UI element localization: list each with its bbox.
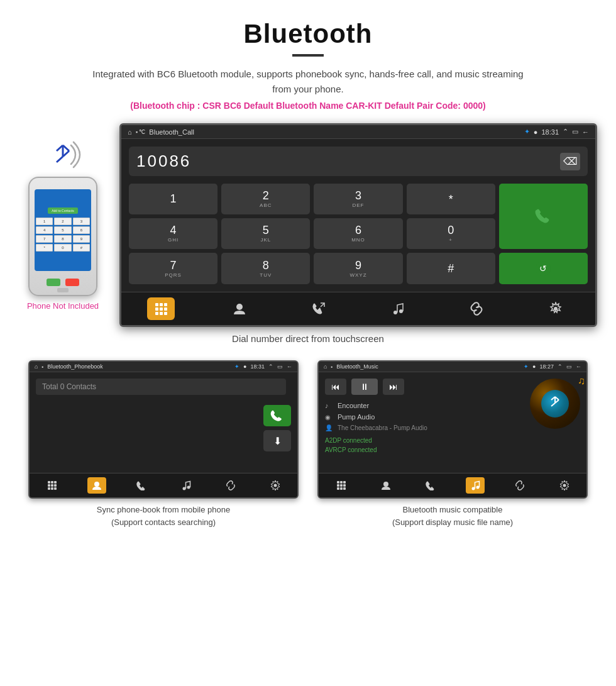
pb-time: 18:31 (250, 363, 265, 370)
page-subtitle: Integrated with BC6 Bluetooth module, su… (88, 67, 528, 97)
dial-input-row: 10086 ⌫ (129, 147, 588, 176)
pb-call-nav-icon (136, 480, 146, 490)
nav-keypad-button[interactable] (147, 297, 175, 320)
pb-signal: ● (243, 363, 246, 370)
music-settings-icon (559, 480, 569, 490)
pb-bt-icon: ✦ (234, 363, 239, 370)
key-star[interactable]: * (407, 184, 495, 214)
pb-content: Total 0 Contacts ⬇ (30, 372, 297, 473)
pb-nav-keypad[interactable] (43, 477, 62, 494)
music-icon (391, 302, 405, 316)
track-2: ◉ Pump Audio (325, 411, 524, 423)
pb-nav-music[interactable] (177, 477, 195, 494)
pb-expand: ⌃ (268, 363, 273, 370)
pb-nav-call[interactable] (132, 477, 151, 494)
svg-rect-41 (343, 481, 346, 484)
phone-green-btn (47, 279, 60, 286)
phone-call-buttons (47, 279, 79, 286)
car-status-bar: ⌂ ▪ ℃ Bluetooth_Call ✦ ● 18:31 ⌃ ▭ ← (121, 125, 595, 139)
redial-button[interactable]: ↺ (499, 253, 588, 284)
music-nav-keypad[interactable] (332, 477, 351, 494)
svg-point-16 (236, 304, 243, 310)
svg-rect-23 (54, 481, 57, 484)
phone-key: * (36, 244, 53, 252)
svg-point-18 (393, 311, 397, 314)
nav-contacts-button[interactable] (226, 297, 253, 320)
svg-rect-27 (48, 487, 50, 490)
call-icon (534, 207, 553, 226)
svg-point-30 (94, 482, 99, 487)
music-screen: ⌂ ▪ Bluetooth_Music ✦ ● 18:27 ⌃ ▭ ← (317, 360, 588, 499)
key-8[interactable]: 8 TUV (221, 253, 310, 284)
svg-rect-26 (54, 484, 57, 487)
key-5[interactable]: 5 JKL (221, 218, 310, 249)
key-0[interactable]: 0 + (407, 218, 495, 249)
svg-rect-10 (155, 307, 158, 311)
key-3[interactable]: 3 DEF (314, 184, 402, 214)
phonebook-download-button[interactable]: ⬇ (263, 430, 291, 451)
play-pause-button[interactable]: ⏸ (351, 379, 378, 395)
key-6[interactable]: 6 MNO (314, 218, 402, 249)
svg-rect-42 (337, 484, 339, 487)
svg-rect-14 (160, 312, 163, 315)
music-music-icon (470, 480, 480, 490)
nav-settings-button[interactable] (542, 297, 569, 320)
music-nav-call[interactable] (421, 477, 440, 494)
avrcp-status: AVRCP connected (325, 445, 524, 455)
music-controls: ⏮ ⏸ ⏭ (325, 379, 524, 395)
call-transfer-icon (312, 302, 326, 316)
backspace-button[interactable]: ⌫ (560, 153, 580, 170)
nav-call-transfer-button[interactable] (305, 297, 333, 320)
next-button[interactable]: ⏭ (383, 379, 404, 395)
pb-keypad-icon (47, 480, 57, 490)
music-home-icon: ⌂ (324, 363, 327, 370)
key-1[interactable]: 1 (129, 184, 217, 214)
call-button[interactable] (499, 184, 588, 249)
phone-key: 4 (36, 226, 53, 234)
svg-point-48 (383, 482, 388, 487)
track-1: ♪ Encounter (325, 400, 524, 411)
nav-link-button[interactable] (463, 297, 490, 320)
music-nav-contacts[interactable] (377, 477, 395, 494)
person-icon: 👤 (325, 424, 334, 431)
music-nav-settings[interactable] (555, 477, 574, 494)
contacts-icon (233, 302, 246, 316)
music-link-icon (515, 480, 525, 490)
pb-nav-link[interactable] (221, 477, 240, 494)
phone-mockup: Add to Contacts 1 2 3 4 5 6 7 8 9 * 0 # (28, 177, 97, 296)
key-7[interactable]: 7 PQRS (129, 253, 217, 284)
phone-key: 8 (54, 235, 71, 243)
music-nav-music[interactable] (466, 477, 485, 494)
pb-contacts-icon (92, 480, 102, 490)
pb-window: ▭ (277, 363, 283, 370)
nav-music-button[interactable] (384, 297, 412, 320)
phonebook-search-box[interactable]: Total 0 Contacts (36, 379, 286, 395)
bluetooth-status-icon: ✦ (524, 128, 530, 136)
pb-nav-settings[interactable] (266, 477, 285, 494)
prev-button[interactable]: ⏮ (325, 379, 346, 395)
phonebook-caption-line1: Sync phone-book from mobile phone (97, 505, 230, 514)
music-status-bar: ⌂ ▪ Bluetooth_Music ✦ ● 18:27 ⌃ ▭ ← (319, 362, 586, 372)
music-call-icon (426, 480, 436, 490)
svg-point-19 (399, 309, 403, 313)
svg-rect-8 (160, 303, 163, 306)
music-expand: ⌃ (558, 363, 563, 370)
phonebook-call-button[interactable] (263, 405, 291, 426)
window-icon: ▭ (572, 128, 578, 136)
key-4[interactable]: 4 GHI (129, 218, 217, 249)
music-content: ⏮ ⏸ ⏭ ♪ Encounter ◉ Pump Audio 👤 (319, 372, 586, 473)
key-9[interactable]: 9 WXYZ (314, 253, 402, 284)
svg-rect-40 (340, 481, 343, 484)
signal-icon: ● (534, 128, 538, 136)
key-2[interactable]: 2 ABC (221, 184, 310, 214)
music-nav-link[interactable] (510, 477, 529, 494)
dialed-number: 10086 (136, 152, 560, 171)
keypad-icon (154, 302, 168, 316)
pb-notif-icons: ▪ (41, 364, 43, 370)
track-3: 👤 The Cheebacabra - Pump Audio (325, 423, 524, 433)
svg-rect-15 (164, 312, 167, 315)
pb-nav-contacts[interactable] (87, 477, 106, 494)
phonebook-actions: ⬇ (36, 405, 291, 451)
key-hash[interactable]: # (407, 253, 495, 284)
settings-icon (549, 302, 563, 316)
